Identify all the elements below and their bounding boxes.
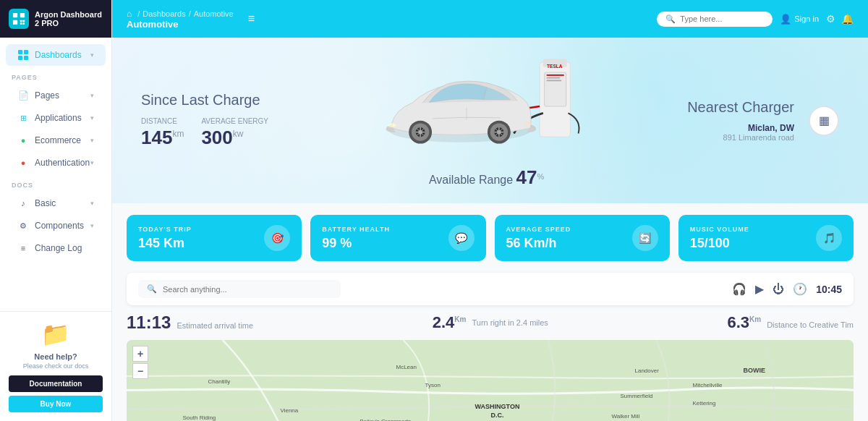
svg-rect-10 — [24, 56, 28, 60]
info-search-box: 🔍 — [138, 280, 341, 298]
todays-trip-label: TODAY'S TRIP — [138, 226, 192, 233]
sidebar-item-components[interactable]: ⚙ Components ▾ — [6, 215, 106, 237]
battery-health-icon-button[interactable]: 💬 — [448, 225, 475, 251]
sidebar-item-basic[interactable]: ♪ Basic ▾ — [6, 192, 106, 214]
sidebar: Argon Dashboard 2 PRO Dashboards ▾ PAGES… — [0, 0, 112, 421]
sidebar-item-pages[interactable]: 📄 Pages ▾ — [6, 85, 106, 106]
svg-rect-4 — [22, 20, 25, 22]
svg-text:D.C.: D.C. — [491, 412, 504, 419]
destination-distance-item: 6.3Km Distance to Creative Tim — [727, 313, 854, 332]
buy-now-button[interactable]: Buy Now — [9, 396, 103, 412]
info-bar-right: 🎧 ▶ ⏻ 🕐 10:45 — [732, 282, 842, 296]
svg-text:Mitchellville: Mitchellville — [693, 382, 723, 388]
main-area: ⌂ / Dashboards / Automotive Automotive ≡… — [112, 0, 868, 421]
svg-rect-7 — [18, 50, 22, 54]
dashboard-icon — [17, 49, 29, 61]
car-banner: Since Last Charge Distance 145km Average… — [112, 38, 868, 203]
breadcrumb-automotive[interactable]: Automotive — [194, 9, 234, 18]
chevron-down-icon: ▾ — [90, 92, 94, 99]
battery-health-card: BATTERY HEALTH 99 % 💬 — [310, 215, 485, 261]
music-volume-value: 15/100 — [690, 236, 749, 251]
documentation-button[interactable]: Documentation — [9, 375, 103, 392]
average-speed-value: 56 Km/h — [506, 236, 571, 251]
search-icon: 🔍 — [665, 14, 676, 24]
svg-text:Chantilly: Chantilly — [208, 378, 231, 385]
sidebar-item-authentication[interactable]: ● Authentication ▾ — [6, 152, 106, 174]
sidebar-item-applications[interactable]: ⊞ Applications ▾ — [6, 107, 106, 129]
svg-text:Landover: Landover — [635, 367, 660, 374]
basic-icon: ♪ — [17, 197, 29, 209]
chevron-down-icon: ▾ — [90, 51, 94, 59]
svg-point-20 — [388, 123, 396, 127]
banner-stats: Distance 145km Average Energy 300kw — [141, 117, 286, 149]
svg-text:McLean: McLean — [396, 364, 417, 370]
svg-rect-9 — [18, 56, 22, 60]
search-input[interactable] — [680, 14, 760, 23]
direction-label: Turn right in 2.4 miles — [472, 318, 548, 327]
svg-rect-8 — [24, 50, 28, 54]
distance-label: Distance — [141, 117, 184, 125]
zoom-in-button[interactable]: + — [132, 346, 148, 362]
topbar: ⌂ / Dashboards / Automotive Automotive ≡… — [112, 0, 868, 38]
stats-row: TODAY'S TRIP 145 Km 🎯 BATTERY HEALTH 99 … — [112, 203, 868, 273]
energy-value: 300kw — [201, 127, 268, 149]
notification-icon[interactable]: 🔔 — [841, 13, 854, 25]
chevron-down-icon: ▾ — [90, 222, 94, 229]
headphones-icon[interactable]: 🎧 — [732, 282, 746, 296]
average-speed-label: AVERAGE SPEED — [506, 226, 571, 233]
changelog-icon: ≡ — [17, 242, 29, 254]
sidebar-nav: Dashboards ▾ PAGES 📄 Pages ▾ ⊞ Applicati… — [0, 38, 111, 311]
sidebar-brand: Argon Dashboard 2 PRO — [0, 0, 111, 38]
average-speed-icon-button[interactable]: 🔄 — [632, 225, 658, 251]
svg-rect-16 — [546, 77, 560, 79]
help-subtitle: Please check our docs — [9, 362, 103, 370]
auth-icon: ● — [17, 157, 29, 169]
svg-text:TESLA: TESLA — [547, 64, 563, 69]
settings-icon[interactable]: ⚙ — [826, 13, 835, 25]
clock-icon[interactable]: 🕐 — [793, 282, 807, 296]
svg-rect-15 — [546, 75, 563, 76]
current-time: 10:45 — [816, 284, 842, 295]
home-icon: ⌂ — [127, 9, 132, 19]
sidebar-item-ecommerce[interactable]: ● Ecommerce ▾ — [6, 129, 106, 151]
chevron-down-icon: ▾ — [90, 114, 94, 122]
nearest-charger-panel: Nearest Charger Miclan, DW 891 Limarenda… — [687, 99, 839, 142]
power-icon[interactable]: ⏻ — [773, 283, 784, 296]
chat-icon: 💬 — [455, 232, 467, 244]
chevron-down-icon: ▾ — [90, 137, 94, 144]
info-bar: 🔍 🎧 ▶ ⏻ 🕐 10:45 — [127, 273, 854, 305]
grid-icon: ▦ — [819, 114, 830, 127]
direction-item: 2.4Km Turn right in 2.4 miles — [253, 313, 727, 332]
sidebar-basic-label: Basic — [35, 198, 56, 208]
sidebar-ecommerce-label: Ecommerce — [35, 135, 81, 145]
since-last-charge-title: Since Last Charge — [141, 92, 286, 109]
brand-name: Argon Dashboard 2 PRO — [35, 10, 103, 27]
breadcrumb-dashboards[interactable]: Dashboards — [142, 9, 185, 18]
sidebar-dashboards-label: Dashboards — [35, 50, 82, 60]
car-image: TESLA — [364, 52, 610, 161]
map-area: South Riding Chantilly Vienna Centrevill… — [127, 340, 854, 421]
todays-trip-value: 145 Km — [138, 236, 192, 251]
todays-trip-icon-button[interactable]: 🎯 — [264, 225, 290, 251]
charger-address: 891 Limarenda road — [687, 133, 794, 142]
svg-text:WASHINGTON: WASHINGTON — [475, 403, 520, 410]
distance-km: 2.4Km — [433, 313, 467, 332]
play-icon[interactable]: ▶ — [755, 282, 764, 296]
sidebar-pages-label: Pages — [35, 90, 59, 101]
nearest-charger-title: Nearest Charger — [687, 99, 794, 116]
music-volume-icon-button[interactable]: 🎵 — [816, 225, 842, 251]
hamburger-menu[interactable]: ≡ — [248, 12, 255, 25]
charger-detail-button[interactable]: ▦ — [809, 106, 839, 136]
todays-trip-card: TODAY'S TRIP 145 Km 🎯 — [127, 215, 302, 261]
page-info: ⌂ / Dashboards / Automotive Automotive — [127, 9, 234, 30]
music-volume-label: MUSIC VOLUME — [690, 226, 749, 233]
brand-icon — [9, 9, 29, 29]
sign-in-button[interactable]: 👤 Sign in — [780, 14, 819, 25]
info-search-input[interactable] — [163, 285, 307, 294]
sidebar-item-dashboards[interactable]: Dashboards ▾ — [6, 44, 106, 66]
battery-health-value: 99 % — [322, 236, 390, 251]
components-icon: ⚙ — [17, 220, 29, 231]
sidebar-item-changelog[interactable]: ≡ Change Log — [6, 237, 106, 259]
distance-value: 145km — [141, 127, 184, 149]
zoom-out-button[interactable]: − — [132, 363, 148, 379]
